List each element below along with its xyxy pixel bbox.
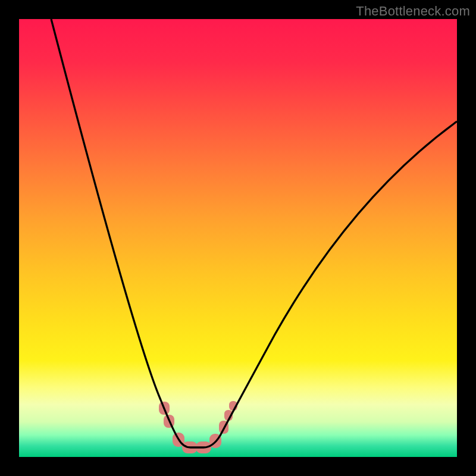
plot-area bbox=[19, 19, 457, 457]
chart-frame: TheBottleneck.com bbox=[0, 0, 476, 476]
bottleneck-curve bbox=[51, 19, 457, 447]
watermark-text: TheBottleneck.com bbox=[356, 4, 470, 19]
bottleneck-chart-svg bbox=[19, 19, 457, 457]
